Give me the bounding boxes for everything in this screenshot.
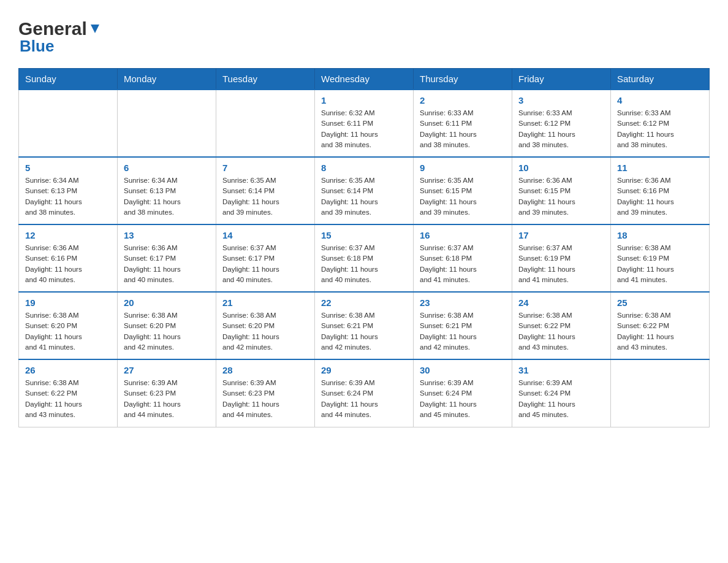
- day-info: Sunrise: 6:38 AMSunset: 6:20 PMDaylight:…: [25, 310, 111, 353]
- day-info: Sunrise: 6:36 AMSunset: 6:17 PMDaylight:…: [124, 243, 210, 285]
- calendar-cell: 19Sunrise: 6:38 AMSunset: 6:20 PMDayligh…: [19, 292, 118, 359]
- calendar-cell: [216, 90, 315, 157]
- calendar-cell: 3Sunrise: 6:33 AMSunset: 6:12 PMDaylight…: [512, 90, 611, 157]
- calendar-cell: 28Sunrise: 6:39 AMSunset: 6:23 PMDayligh…: [216, 359, 315, 427]
- day-number: 17: [518, 230, 604, 240]
- day-number: 24: [518, 297, 604, 308]
- day-number: 29: [321, 365, 407, 375]
- calendar-header-friday: Friday: [512, 69, 611, 90]
- day-info: Sunrise: 6:37 AMSunset: 6:17 PMDaylight:…: [222, 243, 308, 285]
- day-number: 22: [321, 297, 407, 308]
- day-info: Sunrise: 6:38 AMSunset: 6:21 PMDaylight:…: [420, 310, 506, 353]
- day-number: 4: [617, 95, 703, 105]
- day-info: Sunrise: 6:39 AMSunset: 6:24 PMDaylight:…: [420, 378, 506, 420]
- calendar-header-wednesday: Wednesday: [315, 69, 414, 90]
- day-info: Sunrise: 6:35 AMSunset: 6:14 PMDaylight:…: [321, 175, 407, 218]
- day-info: Sunrise: 6:38 AMSunset: 6:22 PMDaylight:…: [518, 310, 604, 353]
- day-number: 15: [321, 230, 407, 240]
- calendar-header-sunday: Sunday: [19, 69, 118, 90]
- day-number: 1: [321, 95, 407, 105]
- calendar-cell: 10Sunrise: 6:36 AMSunset: 6:15 PMDayligh…: [512, 157, 611, 224]
- day-number: 28: [222, 365, 308, 375]
- day-info: Sunrise: 6:38 AMSunset: 6:20 PMDaylight:…: [124, 310, 210, 353]
- page-header: General Blue: [18, 18, 710, 56]
- day-number: 23: [420, 297, 506, 308]
- day-number: 2: [420, 95, 506, 105]
- day-info: Sunrise: 6:39 AMSunset: 6:24 PMDaylight:…: [321, 378, 407, 420]
- day-number: 14: [222, 230, 308, 240]
- day-number: 3: [518, 95, 604, 105]
- calendar-header-monday: Monday: [118, 69, 216, 90]
- logo-general: General: [18, 18, 87, 39]
- calendar-cell: 14Sunrise: 6:37 AMSunset: 6:17 PMDayligh…: [216, 224, 315, 292]
- day-info: Sunrise: 6:36 AMSunset: 6:15 PMDaylight:…: [518, 175, 604, 218]
- day-number: 27: [124, 365, 210, 375]
- week-row-2: 5Sunrise: 6:34 AMSunset: 6:13 PMDaylight…: [19, 157, 710, 224]
- day-number: 31: [518, 365, 604, 375]
- calendar-cell: [611, 359, 710, 427]
- week-row-5: 26Sunrise: 6:38 AMSunset: 6:22 PMDayligh…: [19, 359, 710, 427]
- day-number: 25: [617, 297, 703, 308]
- calendar-cell: 22Sunrise: 6:38 AMSunset: 6:21 PMDayligh…: [315, 292, 414, 359]
- day-info: Sunrise: 6:39 AMSunset: 6:23 PMDaylight:…: [222, 378, 308, 420]
- calendar-cell: 1Sunrise: 6:32 AMSunset: 6:11 PMDaylight…: [315, 90, 414, 157]
- calendar-cell: 6Sunrise: 6:34 AMSunset: 6:13 PMDaylight…: [118, 157, 216, 224]
- logo-blue: Blue: [18, 37, 54, 56]
- logo-triangle-icon: [88, 22, 102, 36]
- calendar-header-saturday: Saturday: [611, 69, 710, 90]
- day-info: Sunrise: 6:37 AMSunset: 6:18 PMDaylight:…: [420, 243, 506, 285]
- day-info: Sunrise: 6:37 AMSunset: 6:18 PMDaylight:…: [321, 243, 407, 285]
- day-info: Sunrise: 6:38 AMSunset: 6:22 PMDaylight:…: [25, 378, 111, 420]
- week-row-4: 19Sunrise: 6:38 AMSunset: 6:20 PMDayligh…: [19, 292, 710, 359]
- calendar-cell: 15Sunrise: 6:37 AMSunset: 6:18 PMDayligh…: [315, 224, 414, 292]
- day-info: Sunrise: 6:36 AMSunset: 6:16 PMDaylight:…: [617, 175, 703, 218]
- day-number: 5: [25, 163, 111, 173]
- day-info: Sunrise: 6:33 AMSunset: 6:12 PMDaylight:…: [518, 108, 604, 150]
- calendar-cell: 29Sunrise: 6:39 AMSunset: 6:24 PMDayligh…: [315, 359, 414, 427]
- day-number: 13: [124, 230, 210, 240]
- calendar-cell: 26Sunrise: 6:38 AMSunset: 6:22 PMDayligh…: [19, 359, 118, 427]
- day-number: 26: [25, 365, 111, 375]
- day-number: 10: [518, 163, 604, 173]
- logo: General Blue: [18, 18, 102, 56]
- calendar-cell: 24Sunrise: 6:38 AMSunset: 6:22 PMDayligh…: [512, 292, 611, 359]
- day-info: Sunrise: 6:39 AMSunset: 6:24 PMDaylight:…: [518, 378, 604, 420]
- day-info: Sunrise: 6:39 AMSunset: 6:23 PMDaylight:…: [124, 378, 210, 420]
- calendar-cell: [19, 90, 118, 157]
- calendar-cell: 9Sunrise: 6:35 AMSunset: 6:15 PMDaylight…: [414, 157, 512, 224]
- calendar-cell: 27Sunrise: 6:39 AMSunset: 6:23 PMDayligh…: [118, 359, 216, 427]
- calendar-cell: 8Sunrise: 6:35 AMSunset: 6:14 PMDaylight…: [315, 157, 414, 224]
- day-number: 20: [124, 297, 210, 308]
- calendar-header-thursday: Thursday: [414, 69, 512, 90]
- calendar-header-tuesday: Tuesday: [216, 69, 315, 90]
- day-info: Sunrise: 6:33 AMSunset: 6:11 PMDaylight:…: [420, 108, 506, 150]
- day-number: 16: [420, 230, 506, 240]
- calendar-cell: 20Sunrise: 6:38 AMSunset: 6:20 PMDayligh…: [118, 292, 216, 359]
- calendar-cell: 31Sunrise: 6:39 AMSunset: 6:24 PMDayligh…: [512, 359, 611, 427]
- day-info: Sunrise: 6:36 AMSunset: 6:16 PMDaylight:…: [25, 243, 111, 285]
- day-info: Sunrise: 6:38 AMSunset: 6:22 PMDaylight:…: [617, 310, 703, 353]
- calendar-cell: 4Sunrise: 6:33 AMSunset: 6:12 PMDaylight…: [611, 90, 710, 157]
- calendar-cell: 11Sunrise: 6:36 AMSunset: 6:16 PMDayligh…: [611, 157, 710, 224]
- day-number: 11: [617, 163, 703, 173]
- calendar-cell: [118, 90, 216, 157]
- day-number: 18: [617, 230, 703, 240]
- calendar-cell: 17Sunrise: 6:37 AMSunset: 6:19 PMDayligh…: [512, 224, 611, 292]
- day-info: Sunrise: 6:33 AMSunset: 6:12 PMDaylight:…: [617, 108, 703, 150]
- calendar-cell: 13Sunrise: 6:36 AMSunset: 6:17 PMDayligh…: [118, 224, 216, 292]
- day-info: Sunrise: 6:35 AMSunset: 6:15 PMDaylight:…: [420, 175, 506, 218]
- week-row-3: 12Sunrise: 6:36 AMSunset: 6:16 PMDayligh…: [19, 224, 710, 292]
- day-info: Sunrise: 6:37 AMSunset: 6:19 PMDaylight:…: [518, 243, 604, 285]
- calendar-cell: 5Sunrise: 6:34 AMSunset: 6:13 PMDaylight…: [19, 157, 118, 224]
- day-number: 21: [222, 297, 308, 308]
- day-info: Sunrise: 6:34 AMSunset: 6:13 PMDaylight:…: [124, 175, 210, 218]
- week-row-1: 1Sunrise: 6:32 AMSunset: 6:11 PMDaylight…: [19, 90, 710, 157]
- day-info: Sunrise: 6:38 AMSunset: 6:21 PMDaylight:…: [321, 310, 407, 353]
- day-number: 7: [222, 163, 308, 173]
- calendar-cell: 12Sunrise: 6:36 AMSunset: 6:16 PMDayligh…: [19, 224, 118, 292]
- day-info: Sunrise: 6:38 AMSunset: 6:19 PMDaylight:…: [617, 243, 703, 285]
- day-number: 12: [25, 230, 111, 240]
- day-number: 19: [25, 297, 111, 308]
- calendar-cell: 25Sunrise: 6:38 AMSunset: 6:22 PMDayligh…: [611, 292, 710, 359]
- day-info: Sunrise: 6:35 AMSunset: 6:14 PMDaylight:…: [222, 175, 308, 218]
